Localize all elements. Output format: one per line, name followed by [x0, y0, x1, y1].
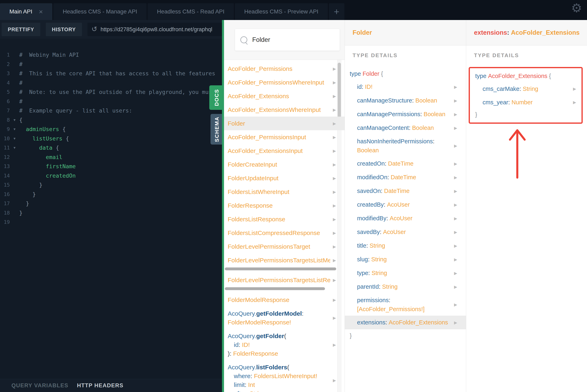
horizontal-scrollbar[interactable]	[225, 268, 336, 270]
docs-list-item[interactable]: AcoQuery.getFolderModel:FolderModelRespo…	[224, 307, 345, 329]
editor-line[interactable]: 16 }	[0, 190, 222, 199]
add-tab-button[interactable]: +	[329, 3, 344, 20]
tab-main-api[interactable]: Main API×	[0, 3, 52, 20]
docs-list-item[interactable]: FoldersListResponse▶	[224, 212, 345, 226]
docs-list-item[interactable]: FolderModelResponse▶	[224, 293, 345, 307]
editor-line[interactable]: 14 createdOn	[0, 171, 222, 180]
field-type-line: Boolean	[357, 146, 379, 155]
text-segment: cms_carMake	[483, 86, 519, 92]
type-field-createdOn[interactable]: createdOn: DateTime▶	[345, 157, 466, 170]
docs-list-item[interactable]: AcoFolder_ExtensionsWhereInput▶	[224, 103, 345, 116]
docs-list-item[interactable]: FolderLevelPermissionsTarget▶	[224, 240, 345, 253]
editor-line[interactable]: 5# Note: to use the API outside of the p…	[0, 88, 222, 97]
editor-line[interactable]: 6#	[0, 97, 222, 106]
settings-gear-icon[interactable]: ⚙	[571, 2, 582, 14]
type-field-cms_year[interactable]: cms_year: Number▶	[470, 96, 581, 109]
docs-panel: AcoFolder_Permissions▶AcoFolder_Permissi…	[224, 20, 345, 392]
type-field-title[interactable]: title: String▶	[345, 239, 466, 252]
docs-list-item[interactable]: AcoFolder_Permissions▶	[224, 62, 345, 76]
text-segment: Boolean	[424, 111, 445, 118]
editor-line[interactable]: 13 firstName	[0, 162, 222, 171]
history-button[interactable]: HISTORY	[46, 23, 82, 36]
type-field-permissions[interactable]: permissions:[AcoFolder_Permissions!]▶	[345, 294, 466, 316]
docs-list-item[interactable]: AcoFolder_Extensions▶	[224, 89, 345, 103]
docs-list-item[interactable]: FoldersListCompressedResponse▶	[224, 226, 345, 240]
editor-line[interactable]: 18}	[0, 208, 222, 218]
tab-headless-cms-preview-api[interactable]: Headless CMS - Preview API	[235, 3, 328, 20]
docs-list-item[interactable]: AcoQuery.getFolder(id: ID!): FolderRespo…	[224, 329, 345, 360]
docs-search-header	[224, 20, 345, 60]
type-declaration: type AcoFolder_Extensions {	[470, 70, 581, 82]
type-field-modifiedOn[interactable]: modifiedOn: DateTime▶	[345, 170, 466, 184]
type-field-canManageContent[interactable]: canManageContent: Boolean▶	[345, 121, 466, 135]
docs-list-item[interactable]: Folder▶	[224, 116, 345, 130]
docs-search-box[interactable]	[235, 29, 340, 51]
type-field-parentId[interactable]: parentId: String▶	[345, 280, 466, 294]
editor-line[interactable]: 7# Example query - list all users:	[0, 106, 222, 115]
docs-list-item[interactable]: FoldersListWhereInput▶	[224, 185, 345, 199]
type-field-canManagePermissions[interactable]: canManagePermissions: Boolean▶	[345, 108, 466, 121]
endpoint-input[interactable]: ↺ https://d2785gi4qi6pw8.cloudfront.net/…	[88, 23, 222, 36]
docs-item-line: FoldersListWhereInput	[228, 188, 330, 196]
type-field-savedBy[interactable]: savedBy: AcoUser▶	[345, 225, 466, 239]
docs-list-item[interactable]: FolderLevelPermissionsTargetsListMeta▶	[224, 253, 345, 267]
docs-list-item[interactable]: AcoFolder_PermissionsWhereInput▶	[224, 76, 345, 89]
type-field-cms_carMake[interactable]: cms_carMake: String▶	[470, 82, 581, 96]
tab-headless-cms-manage-api[interactable]: Headless CMS - Manage API	[53, 3, 147, 20]
reload-schema-icon[interactable]: ↺	[92, 26, 98, 32]
search-input[interactable]	[252, 36, 334, 44]
type-field-type[interactable]: type: String▶	[345, 266, 466, 280]
type-field-id[interactable]: id: ID!▶	[345, 80, 466, 94]
editor-line[interactable]: 12 email	[0, 152, 222, 162]
text-segment: after	[234, 390, 246, 392]
text-segment: DateTime	[384, 188, 410, 194]
docs-list-item[interactable]: FolderLevelPermissionsTargetsListRespo▶	[224, 273, 345, 287]
text-segment: {	[547, 73, 551, 80]
editor-line[interactable]: 2#	[0, 60, 222, 69]
type-field-canManageStructure[interactable]: canManageStructure: Boolean▶	[345, 94, 466, 108]
type-field-hasNonInheritedPermissions[interactable]: hasNonInheritedPermissions:Boolean▶	[345, 135, 466, 157]
type-field-extensions[interactable]: extensions: AcoFolder_Extensions▶	[345, 316, 466, 329]
editor-line[interactable]: 8▼{	[0, 115, 222, 125]
schema-side-tab[interactable]: SCHEMA	[210, 114, 223, 144]
query-variables-tab[interactable]: QUERY VARIABLES	[12, 382, 69, 389]
editor-line[interactable]: 15 }	[0, 180, 222, 190]
text-segment: extensions	[474, 29, 507, 36]
docs-list-item[interactable]: AcoFolder_ExtensionsInput▶	[224, 144, 345, 158]
docs-list-item[interactable]: AcoQuery.listFolders(where: FoldersListW…	[224, 360, 345, 392]
type-field-savedOn[interactable]: savedOn: DateTime▶	[345, 184, 466, 198]
editor-line[interactable]: 19	[0, 218, 222, 227]
http-headers-tab[interactable]: HTTP HEADERS	[77, 382, 124, 389]
docs-item-line: limit: Int	[228, 380, 330, 389]
tab-headless-cms-read-api[interactable]: Headless CMS - Read API	[148, 3, 234, 20]
type-field-modifiedBy[interactable]: modifiedBy: AcoUser▶	[345, 212, 466, 225]
editor-line[interactable]: 3# This is the core API that has access …	[0, 69, 222, 78]
docs-list-item[interactable]: AcoFolder_PermissionsInput▶	[224, 130, 345, 144]
docs-side-tab[interactable]: DOCS	[209, 85, 224, 110]
editor-line[interactable]: 9▼ adminUsers {	[0, 124, 222, 134]
editor-line[interactable]: 10▼ listUsers {	[0, 134, 222, 143]
chevron-right-icon: ▶	[333, 67, 336, 71]
editor-line[interactable]: 4#	[0, 78, 222, 88]
close-icon[interactable]: ×	[39, 8, 43, 15]
text-segment: AcoFolder_Extensions	[389, 319, 448, 326]
docs-list-item[interactable]: FolderCreateInput▶	[224, 158, 345, 171]
text-segment: FolderLevelPermissionsTarget	[228, 243, 310, 250]
editor-line[interactable]: 1# Webiny Main API	[0, 50, 222, 60]
editor-line[interactable]: 11▼ data {	[0, 143, 222, 152]
text-segment: # Webiny Main API	[19, 52, 79, 58]
line-number: 11	[0, 145, 10, 151]
docs-list-item[interactable]: FolderResponse▶	[224, 199, 345, 212]
editor-line[interactable]: 17 }	[0, 199, 222, 208]
horizontal-scrollbar[interactable]	[225, 287, 325, 290]
pane-divider[interactable]	[222, 20, 224, 392]
docs-list-item[interactable]: FolderUpdateInput▶	[224, 171, 345, 185]
prettify-button[interactable]: PRETTIFY	[2, 23, 40, 36]
type-field-createdBy[interactable]: createdBy: AcoUser▶	[345, 198, 466, 212]
line-number: 5	[0, 89, 10, 95]
text-segment: FoldersListCompressedResponse	[228, 230, 320, 236]
text-segment: data	[39, 144, 53, 151]
text-segment: listFolders	[256, 364, 287, 370]
type-field-slug[interactable]: slug: String▶	[345, 252, 466, 266]
query-editor[interactable]: 1# Webiny Main API2#3# This is the core …	[0, 39, 222, 379]
